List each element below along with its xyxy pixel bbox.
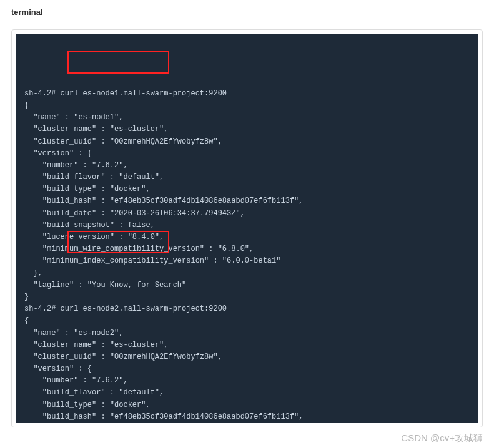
tab-header: terminal [0,0,494,24]
highlight-box-node1 [67,51,169,74]
terminal-container: sh-4.2# curl es-node1.mall-swarm-project… [11,29,483,427]
terminal-output[interactable]: sh-4.2# curl es-node1.mall-swarm-project… [16,34,478,423]
watermark: CSDN @cv+攻城狮 [401,432,483,444]
tab-title: terminal [11,7,43,17]
terminal-lines: sh-4.2# curl es-node1.mall-swarm-project… [24,88,470,423]
